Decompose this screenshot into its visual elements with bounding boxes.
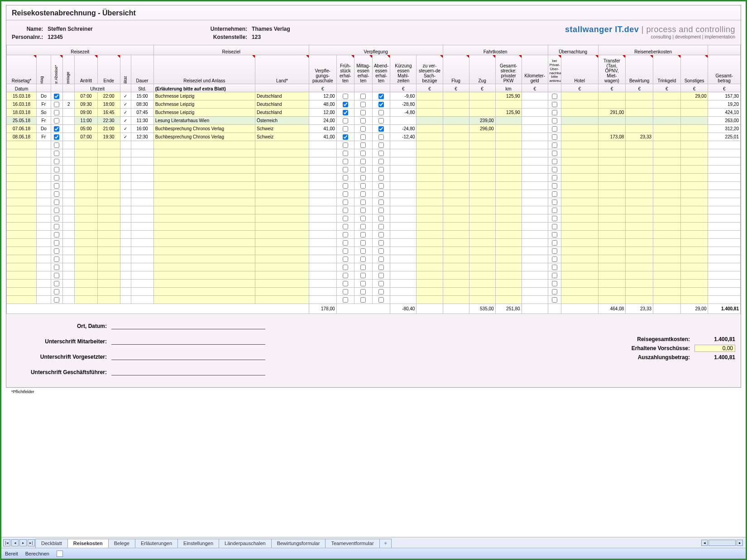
checkbox-cell[interactable]: [336, 239, 354, 247]
checkbox-cell[interactable]: [548, 231, 561, 239]
checkbox-cell[interactable]: [336, 223, 354, 231]
checkbox[interactable]: [360, 94, 366, 99]
checkbox[interactable]: [552, 273, 557, 278]
checkbox[interactable]: [54, 159, 59, 164]
checkbox-cell[interactable]: [372, 206, 390, 214]
checkbox-cell[interactable]: [51, 247, 62, 255]
checkbox[interactable]: [378, 256, 384, 262]
checkbox-cell[interactable]: [336, 141, 354, 149]
checkbox[interactable]: [378, 94, 384, 99]
checkbox[interactable]: [54, 273, 59, 278]
checkbox-cell[interactable]: [354, 117, 373, 125]
checkbox-cell[interactable]: [51, 231, 62, 239]
checkbox[interactable]: [343, 102, 348, 107]
checkbox-cell[interactable]: [548, 174, 561, 182]
checkbox-cell[interactable]: [336, 296, 354, 304]
checkbox-cell[interactable]: [548, 100, 561, 109]
checkbox[interactable]: [54, 134, 59, 140]
checkbox[interactable]: [378, 216, 384, 221]
checkbox[interactable]: [552, 248, 557, 254]
checkbox[interactable]: [378, 289, 384, 294]
checkbox-cell[interactable]: [51, 149, 62, 157]
checkbox[interactable]: [54, 256, 59, 262]
checkbox[interactable]: [343, 142, 348, 148]
checkbox[interactable]: [552, 175, 557, 180]
checkbox[interactable]: [343, 110, 348, 115]
checkbox[interactable]: [343, 151, 348, 156]
checkbox-cell[interactable]: [51, 288, 62, 296]
checkbox-cell[interactable]: [354, 247, 373, 255]
checkbox[interactable]: [343, 232, 348, 237]
checkbox[interactable]: [54, 126, 59, 132]
checkbox[interactable]: [360, 248, 366, 254]
checkbox-cell[interactable]: [336, 263, 354, 271]
checkbox[interactable]: [343, 199, 348, 205]
checkbox[interactable]: [552, 216, 557, 221]
checkbox-cell[interactable]: [372, 255, 390, 263]
checkbox-cell[interactable]: [372, 174, 390, 182]
checkbox-cell[interactable]: [336, 157, 354, 166]
checkbox[interactable]: [378, 159, 384, 164]
checkbox-cell[interactable]: [336, 133, 354, 141]
checkbox-cell[interactable]: [51, 271, 62, 280]
checkbox-cell[interactable]: [548, 255, 561, 263]
checkbox-cell[interactable]: [354, 198, 373, 206]
checkbox-cell[interactable]: [51, 255, 62, 263]
checkbox-cell[interactable]: [354, 125, 373, 133]
checkbox-cell[interactable]: [336, 255, 354, 263]
checkbox[interactable]: [54, 216, 59, 221]
checkbox[interactable]: [552, 224, 557, 229]
checkbox[interactable]: [54, 232, 59, 237]
checkbox[interactable]: [54, 191, 59, 197]
checkbox[interactable]: [54, 167, 59, 172]
checkbox[interactable]: [378, 208, 384, 213]
checkbox[interactable]: [552, 289, 557, 294]
checkbox[interactable]: [54, 248, 59, 254]
checkbox[interactable]: [54, 240, 59, 246]
checkbox-cell[interactable]: [336, 109, 354, 117]
sheet-tab[interactable]: Einstellungen: [177, 539, 219, 548]
checkbox-cell[interactable]: [548, 109, 561, 117]
checkbox[interactable]: [343, 191, 348, 197]
checkbox[interactable]: [552, 94, 557, 99]
checkbox-cell[interactable]: [372, 92, 390, 100]
checkbox[interactable]: [360, 224, 366, 229]
checkbox[interactable]: [343, 289, 348, 294]
sheet-tab[interactable]: Reisekosten: [67, 539, 109, 548]
checkbox-cell[interactable]: [548, 239, 561, 247]
checkbox-cell[interactable]: [336, 288, 354, 296]
checkbox[interactable]: [552, 183, 557, 189]
checkbox-cell[interactable]: [336, 214, 354, 223]
checkbox-cell[interactable]: [336, 174, 354, 182]
checkbox[interactable]: [552, 118, 557, 123]
checkbox[interactable]: [54, 289, 59, 294]
checkbox[interactable]: [343, 256, 348, 262]
line-ort[interactable]: [111, 322, 265, 329]
checkbox-cell[interactable]: [548, 133, 561, 141]
checkbox-cell[interactable]: [336, 190, 354, 198]
checkbox-cell[interactable]: [336, 231, 354, 239]
checkbox-cell[interactable]: [51, 166, 62, 174]
checkbox[interactable]: [360, 240, 366, 246]
tab-nav-prev[interactable]: ◂: [11, 539, 19, 546]
checkbox-cell[interactable]: [354, 190, 373, 198]
checkbox[interactable]: [552, 159, 557, 164]
checkbox-cell[interactable]: [336, 125, 354, 133]
checkbox[interactable]: [360, 110, 366, 115]
checkbox-cell[interactable]: [372, 263, 390, 271]
checkbox-cell[interactable]: [372, 117, 390, 125]
line-gf[interactable]: [111, 368, 265, 375]
sheet-tab[interactable]: Belege: [108, 539, 135, 548]
checkbox[interactable]: [343, 183, 348, 189]
checkbox[interactable]: [54, 297, 59, 303]
checkbox[interactable]: [360, 191, 366, 197]
checkbox-cell[interactable]: [548, 117, 561, 125]
checkbox-cell[interactable]: [51, 117, 62, 125]
checkbox-cell[interactable]: [372, 223, 390, 231]
checkbox[interactable]: [360, 273, 366, 278]
checkbox[interactable]: [343, 265, 348, 270]
checkbox-cell[interactable]: [51, 239, 62, 247]
checkbox-cell[interactable]: [51, 280, 62, 288]
checkbox[interactable]: [343, 94, 348, 99]
checkbox[interactable]: [378, 151, 384, 156]
